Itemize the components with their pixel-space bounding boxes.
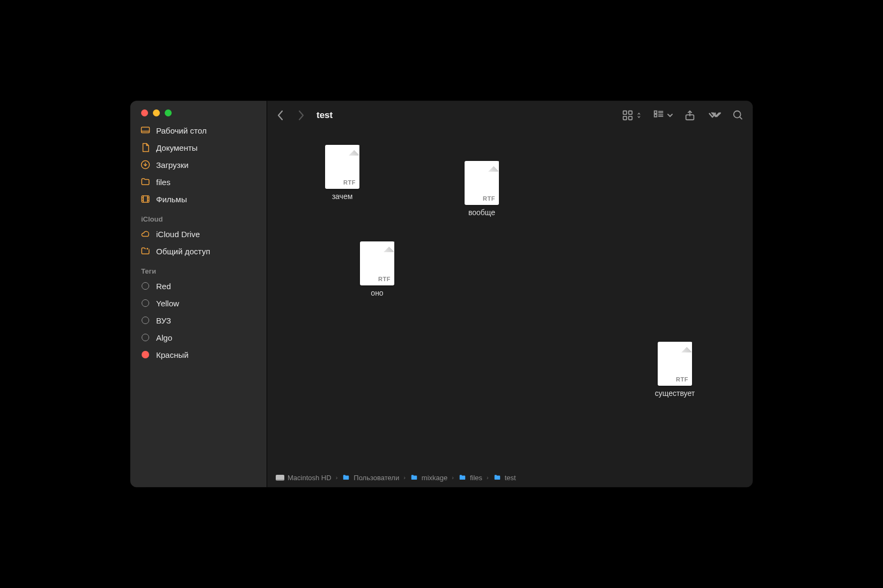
cloud-icon — [140, 229, 151, 239]
home-folder-icon — [410, 474, 418, 481]
sidebar-tag-red[interactable]: Red — [130, 277, 267, 295]
svg-point-10 — [146, 247, 149, 250]
file-item[interactable]: RTF существует — [643, 342, 707, 398]
file-name-label: оно — [371, 289, 383, 297]
path-segment[interactable]: Macintosh HD — [276, 474, 332, 482]
group-by-button[interactable] — [653, 107, 673, 123]
sidebar-scroll: Рабочий стол Документы Загрузки files — [130, 124, 267, 487]
svg-rect-11 — [623, 111, 627, 114]
path-label: Macintosh HD — [288, 474, 332, 482]
file-item[interactable]: RTF оно — [345, 241, 409, 297]
sidebar-tag-krasny[interactable]: Красный — [130, 346, 267, 363]
sidebar-section-icloud: iCloud — [130, 208, 267, 225]
window-title: test — [317, 110, 333, 121]
tag-dot-icon — [140, 298, 151, 308]
sidebar-item-icloud-drive[interactable]: iCloud Drive — [130, 225, 267, 242]
chevron-right-icon: › — [485, 474, 490, 481]
view-mode-button[interactable] — [622, 107, 642, 123]
svg-point-22 — [734, 111, 741, 118]
path-label: files — [470, 474, 482, 482]
rtf-file-icon: RTF — [658, 342, 692, 386]
toolbar-right-group — [622, 107, 744, 123]
svg-rect-12 — [629, 111, 632, 114]
more-button[interactable] — [707, 107, 722, 123]
sidebar-item-label: Red — [156, 282, 171, 291]
sidebar-item-label: ВУЗ — [156, 316, 171, 325]
nav-forward-button[interactable] — [293, 107, 309, 123]
sidebar-item-label: Фильмы — [156, 195, 187, 204]
window-controls — [130, 101, 267, 124]
sidebar-section-tags: Теги — [130, 260, 267, 277]
chevron-right-icon: › — [402, 474, 407, 481]
desktop-icon — [140, 125, 151, 136]
file-ext-label: RTF — [676, 376, 688, 383]
maximize-button[interactable] — [165, 109, 172, 116]
sidebar-item-label: Загрузки — [156, 160, 188, 170]
search-button[interactable] — [732, 107, 744, 123]
file-item[interactable]: RTF зачем — [310, 145, 374, 201]
sidebar-item-label: Красный — [156, 350, 188, 359]
sidebar-item-documents[interactable]: Документы — [130, 139, 267, 156]
sidebar-item-downloads[interactable]: Загрузки — [130, 156, 267, 173]
folder-icon — [140, 177, 151, 187]
path-bar: Macintosh HD › Пользователи › mixkage › … — [267, 471, 753, 487]
minimize-button[interactable] — [153, 109, 160, 116]
finder-window: Рабочий стол Документы Загрузки files — [130, 101, 753, 487]
sidebar: Рабочий стол Документы Загрузки files — [130, 101, 267, 487]
svg-line-23 — [740, 117, 742, 120]
sidebar-tag-yellow[interactable]: Yellow — [130, 295, 267, 312]
path-segment[interactable]: files — [458, 474, 482, 482]
folder-icon — [493, 474, 502, 481]
chevron-right-icon: › — [451, 474, 455, 481]
file-item[interactable]: RTF вообще — [450, 161, 514, 217]
path-label: mixkage — [422, 474, 447, 482]
movies-icon — [140, 194, 151, 204]
svg-rect-16 — [654, 114, 657, 117]
toolbar: test — [267, 101, 753, 130]
file-ext-label: RTF — [378, 276, 391, 282]
file-name-label: зачем — [332, 192, 353, 201]
tag-dot-icon — [140, 332, 151, 343]
file-name-label: существует — [655, 389, 695, 398]
folder-icon — [458, 474, 467, 481]
files-area[interactable]: RTF зачем RTF вообще RTF оно RTF существ… — [267, 130, 753, 471]
rtf-file-icon: RTF — [465, 161, 499, 205]
tag-dot-icon — [140, 315, 151, 326]
sidebar-item-shared[interactable]: Общий доступ — [130, 242, 267, 260]
path-label: test — [505, 474, 516, 482]
rtf-file-icon: RTF — [325, 145, 359, 189]
svg-rect-15 — [654, 111, 657, 114]
sidebar-item-label: Рабочий стол — [156, 126, 207, 135]
file-name-label: вообще — [468, 208, 495, 217]
path-label: Пользователи — [354, 474, 399, 482]
chevron-right-icon: › — [335, 474, 339, 481]
main-area: test — [267, 101, 753, 487]
sidebar-item-label: Algo — [156, 333, 172, 342]
tag-dot-icon — [140, 349, 151, 360]
sidebar-item-label: Yellow — [156, 299, 179, 308]
download-icon — [140, 159, 151, 170]
sidebar-item-movies[interactable]: Фильмы — [130, 190, 267, 208]
svg-rect-3 — [142, 196, 149, 202]
path-segment[interactable]: Пользователи — [342, 474, 399, 482]
svg-rect-0 — [142, 127, 150, 133]
share-button[interactable] — [684, 107, 696, 123]
folder-icon — [342, 474, 350, 481]
path-segment[interactable]: mixkage — [410, 474, 447, 482]
svg-rect-13 — [623, 116, 627, 120]
sidebar-item-desktop[interactable]: Рабочий стол — [130, 124, 267, 139]
svg-rect-14 — [629, 116, 632, 120]
sidebar-item-label: files — [156, 178, 171, 187]
sidebar-tag-algo[interactable]: Algo — [130, 329, 267, 346]
sidebar-tag-vuz[interactable]: ВУЗ — [130, 312, 267, 329]
file-ext-label: RTF — [483, 195, 495, 202]
sidebar-item-files[interactable]: files — [130, 173, 267, 190]
file-ext-label: RTF — [343, 179, 356, 186]
sidebar-item-label: iCloud Drive — [156, 230, 200, 239]
sidebar-item-label: Общий доступ — [156, 247, 210, 256]
close-button[interactable] — [141, 109, 148, 116]
sidebar-item-label: Документы — [156, 143, 197, 152]
nav-back-button[interactable] — [273, 107, 289, 123]
path-segment[interactable]: test — [493, 474, 516, 482]
harddrive-icon — [276, 475, 284, 481]
